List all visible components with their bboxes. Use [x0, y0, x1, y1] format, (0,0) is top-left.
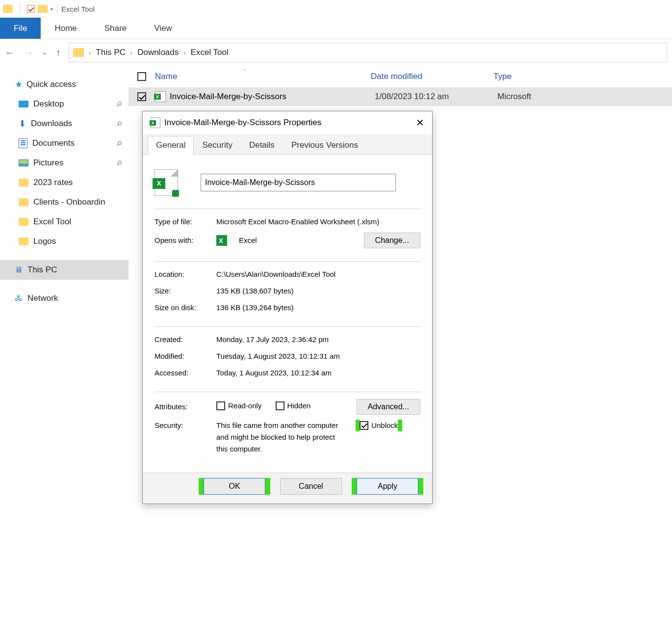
- sidebar-item-folder[interactable]: Logos: [0, 232, 129, 251]
- hidden-checkbox[interactable]: Hidden: [276, 400, 311, 412]
- sidebar-item-label: Pictures: [33, 158, 63, 168]
- sidebar-item-label: Desktop: [33, 99, 64, 109]
- excel-app-icon: [216, 235, 227, 246]
- highlight-marker: [398, 420, 402, 431]
- back-icon[interactable]: ←: [5, 47, 15, 58]
- breadcrumb-segment[interactable]: This PC: [96, 48, 125, 57]
- close-icon[interactable]: ✕: [416, 117, 424, 129]
- download-icon: ⬇: [19, 118, 26, 129]
- sidebar-item-folder[interactable]: Clients - Onboardin: [0, 192, 129, 212]
- new-folder-icon[interactable]: [38, 5, 48, 13]
- dialog-tabs: General Security Details Previous Versio…: [143, 134, 432, 155]
- tab-file[interactable]: File: [0, 18, 41, 39]
- change-button[interactable]: Change...: [364, 233, 420, 248]
- readonly-checkbox[interactable]: Read-only: [216, 400, 261, 412]
- title-bar: ▾ Excel Tool: [0, 0, 672, 18]
- tab-home[interactable]: Home: [41, 18, 90, 39]
- ribbon: File Home Share View: [0, 18, 672, 39]
- column-type[interactable]: Type: [493, 72, 552, 81]
- filename-input[interactable]: [201, 174, 396, 191]
- forward-icon[interactable]: →: [24, 47, 33, 58]
- select-all-checkbox[interactable]: [137, 72, 146, 81]
- label-attributes: Attributes:: [155, 401, 208, 413]
- properties-dialog: X Invoice-Mail-Merge-by-Scissors Propert…: [142, 111, 433, 504]
- apply-button[interactable]: Apply: [357, 478, 418, 495]
- tab-share[interactable]: Share: [91, 18, 140, 39]
- cancel-button[interactable]: Cancel: [280, 478, 342, 495]
- pictures-icon: [19, 159, 28, 166]
- sidebar-item-label: Clients - Onboardin: [33, 197, 105, 207]
- breadcrumb-segment[interactable]: Downloads: [137, 48, 179, 57]
- value-accessed: Today, 1 August 2023, 10:12:34 am: [216, 367, 420, 379]
- chevron-right-icon[interactable]: ›: [89, 49, 91, 56]
- tab-general[interactable]: General: [148, 136, 194, 155]
- sidebar-item-label: Downloads: [31, 119, 72, 129]
- pc-icon: 🖥: [15, 265, 23, 274]
- breadcrumb[interactable]: › This PC › Downloads › Excel Tool: [69, 43, 667, 62]
- value-size-on-disk: 136 KB (139,264 bytes): [216, 302, 420, 314]
- qat-dropdown-icon[interactable]: ▾: [51, 6, 53, 12]
- label-modified: Modified:: [155, 350, 208, 362]
- unblock-checkbox[interactable]: Unblock: [360, 420, 398, 431]
- sidebar-quick-access[interactable]: ★ Quick access: [0, 75, 129, 94]
- sidebar-item-pictures[interactable]: Pictures ⚲: [0, 153, 129, 173]
- file-type: Microsoft: [497, 92, 576, 102]
- chevron-right-icon[interactable]: ›: [183, 49, 185, 56]
- tab-security[interactable]: Security: [194, 136, 240, 154]
- sidebar-item-folder[interactable]: Excel Tool: [0, 212, 129, 232]
- row-checkbox[interactable]: [137, 92, 146, 101]
- sidebar-item-folder[interactable]: 2023 rates: [0, 173, 129, 192]
- history-dropdown-icon[interactable]: ⌄: [42, 49, 47, 56]
- excel-file-icon: X: [155, 91, 166, 102]
- sidebar-quick-access-label: Quick access: [26, 80, 76, 89]
- label-accessed: Accessed:: [155, 367, 208, 379]
- dialog-title: Invoice-Mail-Merge-by-Scissors Propertie…: [164, 118, 321, 128]
- highlight-marker: [356, 420, 360, 431]
- network-icon: 🖧: [15, 294, 23, 303]
- star-icon: ★: [15, 79, 23, 90]
- quick-access-toolbar: ▾: [3, 4, 53, 14]
- desktop-icon: [19, 101, 28, 107]
- pin-icon: ⚲: [115, 100, 124, 108]
- highlight-marker: [352, 478, 357, 495]
- sidebar-item-network[interactable]: 🖧 Network: [0, 289, 129, 308]
- nav-arrows: ← → ⌄ ↑: [5, 47, 61, 58]
- highlight-marker: [199, 478, 204, 495]
- sidebar-item-label: Documents: [32, 138, 75, 148]
- folder-icon: [19, 179, 28, 186]
- sidebar-item-documents[interactable]: Documents ⚲: [0, 133, 129, 153]
- folder-icon[interactable]: [3, 5, 13, 13]
- sidebar-item-this-pc[interactable]: 🖥 This PC: [0, 260, 129, 280]
- excel-file-icon: X: [151, 117, 160, 128]
- highlight-marker: [265, 478, 270, 495]
- value-type-of-file: Microsoft Excel Macro-Enabled Worksheet …: [216, 216, 420, 228]
- highlight-marker: [418, 478, 423, 495]
- nav-row: ← → ⌄ ↑ › This PC › Downloads › Excel To…: [0, 39, 672, 66]
- column-date[interactable]: Date modified: [371, 72, 493, 81]
- label-security: Security:: [155, 420, 208, 431]
- column-name[interactable]: Name ˄: [155, 72, 371, 81]
- label-size: Size:: [155, 285, 208, 297]
- breadcrumb-segment[interactable]: Excel Tool: [191, 48, 229, 57]
- column-headers: Name ˄ Date modified Type: [129, 66, 672, 87]
- tab-view[interactable]: View: [140, 18, 186, 39]
- advanced-button[interactable]: Advanced...: [357, 399, 421, 415]
- properties-icon[interactable]: [27, 5, 35, 13]
- document-icon: [19, 138, 27, 148]
- ok-button[interactable]: OK: [204, 478, 265, 495]
- sidebar-item-downloads[interactable]: ⬇ Downloads ⚲: [0, 114, 129, 133]
- file-name: Invoice-Mail-Merge-by-Scissors: [170, 92, 375, 102]
- sidebar-item-desktop[interactable]: Desktop ⚲: [0, 94, 129, 114]
- sidebar-item-label: Logos: [33, 237, 56, 246]
- sidebar-item-label: Excel Tool: [33, 217, 71, 227]
- up-icon[interactable]: ↑: [56, 47, 61, 58]
- tab-previous-versions[interactable]: Previous Versions: [283, 136, 366, 154]
- file-row[interactable]: X Invoice-Mail-Merge-by-Scissors 1/08/20…: [129, 87, 672, 106]
- chevron-right-icon[interactable]: ›: [130, 49, 132, 56]
- window-title: Excel Tool: [61, 5, 95, 13]
- security-warning-text: This file came from another computer and…: [216, 420, 344, 455]
- dialog-body: X Type of file: Microsoft Excel Macro-En…: [143, 155, 432, 473]
- tab-details[interactable]: Details: [241, 136, 283, 154]
- sidebar-item-label: 2023 rates: [33, 178, 73, 187]
- value-size: 135 KB (138,607 bytes): [216, 285, 420, 297]
